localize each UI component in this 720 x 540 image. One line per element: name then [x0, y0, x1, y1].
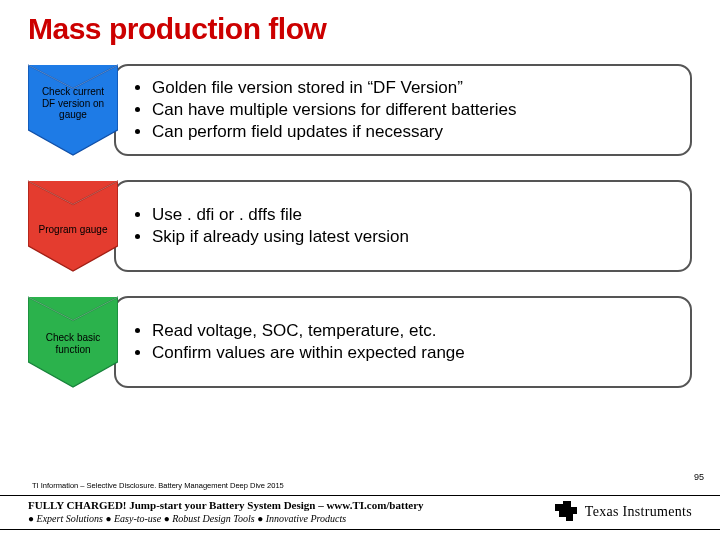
bullet-item: Can have multiple versions for different… — [152, 99, 516, 121]
ti-logo-text: Texas Instruments — [585, 504, 692, 520]
flow-row: Check basic function Read voltage, SOC, … — [28, 296, 692, 388]
ti-chip-icon — [553, 501, 579, 523]
chevron-label: Check basic function — [34, 332, 112, 355]
bullet-list: Read voltage, SOC, temperature, etc. Con… — [130, 320, 465, 364]
bullet-list: Use . dfi or . dffs file Skip if already… — [130, 204, 409, 248]
slide-title: Mass production flow — [28, 12, 692, 46]
bullet-item: Confirm values are within expected range — [152, 342, 465, 364]
bullet-box: Read voltage, SOC, temperature, etc. Con… — [114, 296, 692, 388]
bullet-box: Golden file version stored in “DF Versio… — [114, 64, 692, 156]
bullet-item: Read voltage, SOC, temperature, etc. — [152, 320, 465, 342]
flow-rows: Check current DF version on gauge Golden… — [28, 64, 692, 388]
bullet-item: Can perform field updates if necessary — [152, 121, 516, 143]
chevron-label: Check current DF version on gauge — [34, 86, 112, 121]
footer-bar: FULLY CHARGED! Jump-start your Battery S… — [0, 495, 720, 530]
ti-logo: Texas Instruments — [553, 501, 692, 523]
slide: Mass production flow Check current DF ve… — [0, 0, 720, 540]
footer-line1: FULLY CHARGED! Jump-start your Battery S… — [28, 499, 424, 513]
footer-text: FULLY CHARGED! Jump-start your Battery S… — [28, 499, 424, 525]
footer-line2: ● Expert Solutions ● Easy-to-use ● Robus… — [28, 513, 424, 526]
footer-item: Expert Solutions — [37, 513, 103, 524]
disclosure-text: TI Information – Selective Disclosure. B… — [32, 481, 284, 490]
page-number: 95 — [694, 472, 704, 482]
footer-item: Innovative Products — [266, 513, 346, 524]
bullet-list: Golden file version stored in “DF Versio… — [130, 77, 516, 143]
flow-row: Program gauge Use . dfi or . dffs file S… — [28, 180, 692, 272]
footer-item: Easy-to-use — [114, 513, 161, 524]
chevron-green: Check basic function — [28, 296, 118, 388]
bullet-item: Skip if already using latest version — [152, 226, 409, 248]
bullet-item: Use . dfi or . dffs file — [152, 204, 409, 226]
chevron-blue: Check current DF version on gauge — [28, 64, 118, 156]
flow-row: Check current DF version on gauge Golden… — [28, 64, 692, 156]
footer-item: Robust Design Tools — [172, 513, 254, 524]
bullet-box: Use . dfi or . dffs file Skip if already… — [114, 180, 692, 272]
chevron-label: Program gauge — [34, 224, 112, 236]
chevron-red: Program gauge — [28, 180, 118, 272]
bullet-item: Golden file version stored in “DF Versio… — [152, 77, 516, 99]
